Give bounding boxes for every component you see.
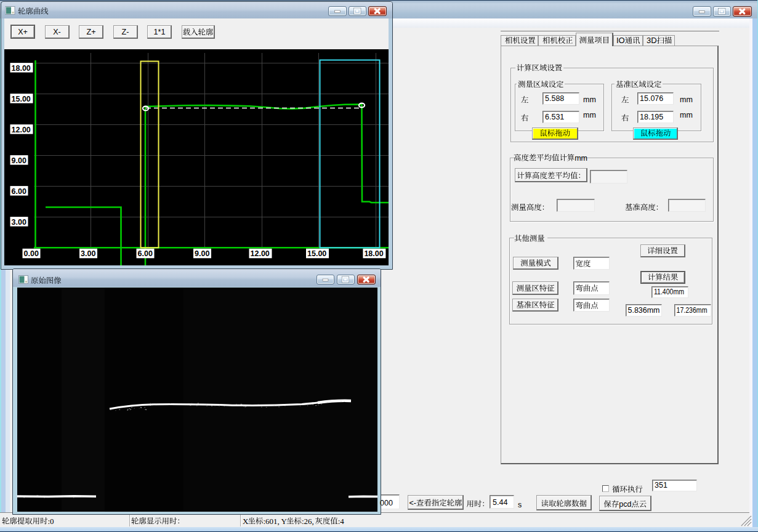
svg-text:mm: mm [575,154,587,163]
svg-text:12.00: 12.00 [251,249,270,258]
svg-text:<-: <- [409,499,416,507]
svg-text:18.195: 18.195 [640,113,663,121]
svg-text:IO: IO [616,36,625,45]
svg-text:3D: 3D [647,36,657,45]
svg-text:X-: X- [53,28,61,36]
svg-text:3.00: 3.00 [81,249,95,258]
svg-text:mm: mm [680,111,693,119]
svg-text:18.00: 18.00 [364,249,383,258]
svg-text:15.076: 15.076 [640,94,663,103]
svg-text:6.00: 6.00 [12,187,26,196]
svg-text:1*1: 1*1 [154,28,166,36]
svg-text:15.00: 15.00 [12,95,31,103]
svg-text:11.400mm: 11.400mm [654,288,684,296]
svg-text:X: X [243,517,249,526]
svg-text:3.00: 3.00 [12,218,26,227]
svg-text::26,: :26, [302,517,314,526]
svg-text:Y: Y [281,517,287,526]
svg-text:X+: X+ [18,28,28,36]
svg-text:000: 000 [380,499,393,507]
svg-text:mm: mm [680,95,693,104]
svg-text:mm: mm [583,111,596,119]
svg-text::4: :4 [338,517,345,526]
svg-text:pcd: pcd [619,500,631,509]
svg-text:18.00: 18.00 [12,64,31,73]
svg-text::0: :0 [47,517,54,526]
svg-text:9.00: 9.00 [12,156,26,165]
svg-text:6.531: 6.531 [545,113,564,121]
svg-text:5.836mm: 5.836mm [628,306,660,315]
svg-text:0.00: 0.00 [24,249,39,258]
svg-text:12.00: 12.00 [12,126,31,134]
svg-text:351: 351 [655,481,667,490]
svg-text:s: s [518,501,522,509]
svg-text:Z+: Z+ [87,28,96,36]
svg-text:5.44: 5.44 [493,498,507,507]
svg-text:6.00: 6.00 [138,249,153,258]
svg-text:5.588: 5.588 [545,94,564,103]
svg-text:15.00: 15.00 [307,249,326,258]
svg-text:17.236mm: 17.236mm [677,306,708,315]
svg-text::601,: :601, [264,517,280,526]
svg-text:9.00: 9.00 [195,249,209,258]
svg-text:Z-: Z- [122,28,129,36]
svg-text:mm: mm [583,95,596,104]
